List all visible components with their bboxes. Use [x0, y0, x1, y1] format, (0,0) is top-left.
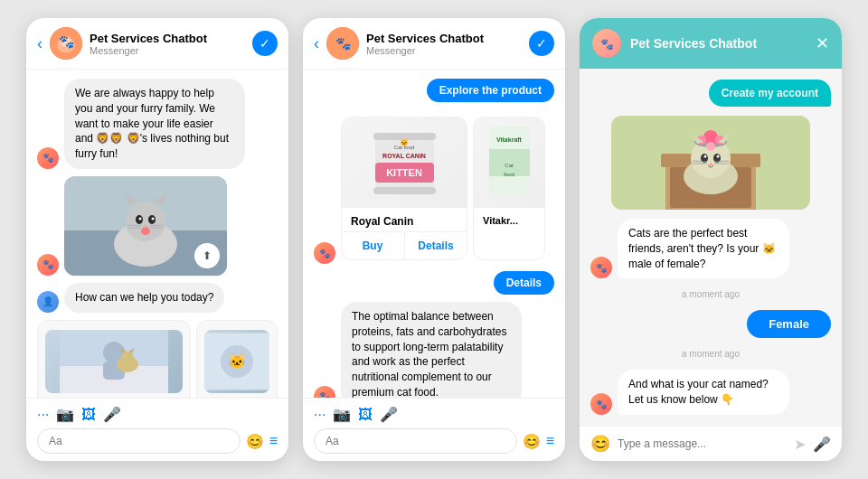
share-button[interactable]: ⬆: [194, 243, 220, 268]
back-button[interactable]: ‹: [37, 34, 42, 53]
more-icon-2[interactable]: ···: [314, 407, 326, 423]
svg-point-7: [126, 202, 165, 241]
svg-text:Cat: Cat: [505, 163, 514, 168]
avatar-icon-3: 🐾: [592, 29, 621, 58]
card-2: 🐱 Servic... cat Helpful... sizes, c...: [196, 320, 278, 398]
mic-icon-2[interactable]: 🎤: [380, 406, 398, 423]
product-name: Royal Canin: [342, 208, 467, 231]
avatar-icon: 🐾: [50, 27, 82, 60]
bot-mini-avatar-3: 🐾: [314, 242, 335, 264]
svg-point-58: [706, 142, 715, 151]
panel1-header: ‹ 🐾 Pet Services Chatbot Messenger ✓: [26, 18, 288, 70]
bot-image-row: 🐾: [37, 176, 278, 276]
panel2-footer: ··· 📷 🖼 🎤 😊 ≡: [303, 398, 565, 461]
header-info-2: Pet Services Chatbot Messenger: [366, 32, 522, 56]
female-btn-row: Female: [590, 310, 831, 338]
mic-icon[interactable]: 🎤: [103, 406, 121, 423]
svg-text:KITTEN: KITTEN: [386, 167, 422, 178]
footer-icons-2: ··· 📷 🖼 🎤: [314, 406, 554, 423]
image-icon[interactable]: 🖼: [81, 407, 96, 423]
svg-point-25: [121, 352, 134, 364]
create-account-btn[interactable]: Create my account: [709, 80, 831, 107]
product-row: 🐾: [314, 113, 554, 264]
svg-text:ROYAL CANIN: ROYAL CANIN: [382, 153, 426, 159]
female-button[interactable]: Female: [747, 310, 831, 338]
user-mini-avatar: 👤: [37, 291, 59, 313]
details-popup-button[interactable]: Details: [494, 271, 554, 295]
mic-icon-3[interactable]: 🎤: [813, 436, 831, 453]
emoji-button-1[interactable]: 😊: [246, 433, 264, 450]
bot-mini-avatar: 🐾: [37, 147, 59, 169]
user-message-row: 👤 How can we help you today?: [37, 283, 278, 313]
card-1: Create an account & get weekly hints and…: [37, 320, 191, 398]
camera-icon-2[interactable]: 📷: [333, 406, 351, 423]
panel-1: ‹ 🐾 Pet Services Chatbot Messenger ✓ 🐾 W…: [26, 18, 288, 461]
emoji-button-2[interactable]: 😊: [523, 433, 541, 450]
panel-2: ‹ 🐾 Pet Services Chatbot Messenger ✓ Exp…: [303, 18, 565, 461]
verified-badge: ✓: [252, 31, 278, 56]
details-button-product[interactable]: Details: [404, 231, 467, 259]
bot-name-3: Pet Services Chatbot: [630, 36, 807, 51]
menu-button-1[interactable]: ≡: [269, 433, 278, 449]
desc-row: 🐾 The optimal balance between proteins, …: [314, 302, 554, 398]
bot-name: Pet Services Chatbot: [90, 32, 245, 45]
verified-badge-2: ✓: [529, 31, 554, 56]
panel2-header: ‹ 🐾 Pet Services Chatbot Messenger ✓: [303, 18, 565, 70]
bot-name-2: Pet Services Chatbot: [366, 32, 522, 45]
panel1-chat-body: 🐾 We are always happy to help you and yo…: [26, 70, 288, 398]
card-2-img: 🐱: [204, 330, 269, 393]
footer-icons: ··· 📷 🖼 🎤: [37, 406, 278, 423]
vitakraft-image-area: Vitakraft Cat food: [474, 117, 544, 208]
panel3-footer: 😊 ➤ 🎤: [580, 426, 842, 461]
svg-point-19: [141, 228, 150, 235]
close-button[interactable]: ✕: [816, 33, 829, 53]
emoji-icon-panel3[interactable]: 😊: [590, 434, 610, 454]
bot-bubble-3-2: And what is your cat named? Let us know …: [618, 370, 789, 415]
image-icon-2[interactable]: 🖼: [358, 407, 373, 423]
product-cards-container: ROYAL CANIN KITTEN Cat food 🐱 Royal Cani…: [341, 113, 545, 264]
desc-bubble: The optimal balance between proteins, fa…: [341, 302, 522, 398]
panel1-footer: ··· 📷 🖼 🎤 😊 ≡: [26, 398, 288, 461]
bot-platform-2: Messenger: [366, 45, 522, 56]
cat-box-image: [611, 116, 810, 210]
bot-message-1: 🐾 We are always happy to help you and yo…: [37, 79, 278, 169]
panel-3: 🐾 Pet Services Chatbot ✕ Create my accou…: [580, 18, 842, 461]
user-bubble-1: How can we help you today?: [64, 283, 224, 313]
panel3-body: Create my account: [580, 69, 842, 426]
vitakraft-can: Vitakraft Cat food: [485, 122, 534, 203]
bot-avatar-3: 🐾: [592, 29, 621, 58]
svg-text:🐾: 🐾: [335, 36, 352, 52]
timestamp-1: a moment ago: [590, 289, 831, 299]
bot-message-3-1: 🐾 Cats are the perfect best friends, are…: [590, 219, 831, 278]
menu-button-2[interactable]: ≡: [546, 433, 554, 449]
royal-canin-card: ROYAL CANIN KITTEN Cat food 🐱 Royal Cani…: [341, 117, 467, 260]
cat-box-svg: [611, 116, 810, 210]
chat-input-1[interactable]: [37, 428, 241, 454]
svg-text:Vitakraft: Vitakraft: [496, 136, 523, 143]
bot-avatar-2: 🐾: [326, 27, 359, 60]
camera-icon[interactable]: 📷: [56, 406, 74, 423]
product-image-area: ROYAL CANIN KITTEN Cat food 🐱: [342, 117, 467, 208]
back-button-2[interactable]: ‹: [314, 34, 319, 53]
svg-point-13: [152, 217, 155, 220]
bot-platform: Messenger: [90, 45, 245, 56]
royal-canin-can: ROYAL CANIN KITTEN Cat food 🐱: [366, 122, 443, 203]
bot-avatar: 🐾: [50, 27, 82, 60]
svg-point-62: [717, 155, 720, 158]
svg-text:🐾: 🐾: [59, 34, 75, 50]
create-account-row: Create my account: [590, 80, 831, 107]
send-button[interactable]: ➤: [794, 436, 806, 453]
timestamp-2: a moment ago: [590, 349, 831, 359]
more-icon[interactable]: ···: [37, 407, 49, 423]
panel3-chat-input[interactable]: [618, 437, 787, 450]
bot-mini-avatar-4: 🐾: [314, 386, 335, 398]
bot-bubble-3-1: Cats are the perfect best friends, aren'…: [618, 219, 789, 278]
chat-input-2[interactable]: [314, 428, 517, 454]
panel3-header: 🐾 Pet Services Chatbot ✕: [580, 18, 842, 69]
product-actions: Buy Details: [342, 231, 467, 259]
buy-button-product[interactable]: Buy: [342, 231, 403, 259]
svg-point-12: [139, 217, 142, 220]
explore-product-button[interactable]: Explore the product: [427, 79, 554, 102]
footer-input-row: 😊 ≡: [37, 428, 278, 454]
bot-mini-avatar-2: 🐾: [37, 254, 59, 276]
